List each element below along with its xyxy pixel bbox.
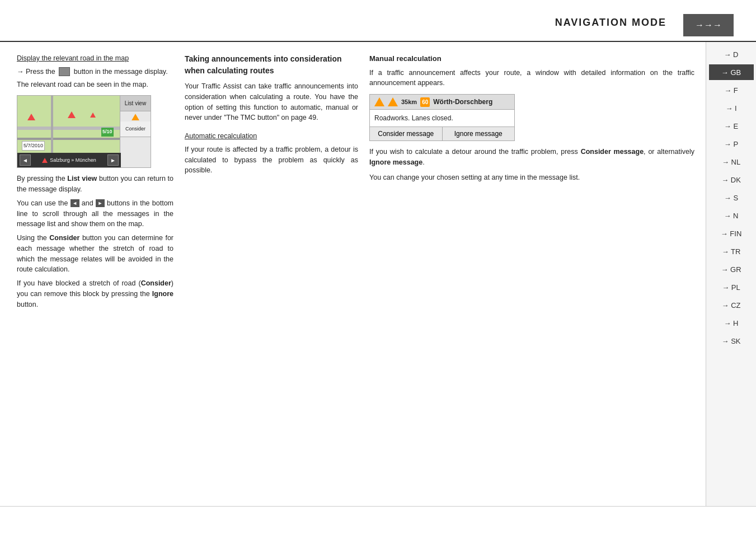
sidebar-item-tr[interactable]: → TR	[709, 243, 754, 259]
left-section-title: Display the relevant road in the map	[17, 53, 173, 64]
mid-para1: Your Traffic Assist can take traffic ann…	[185, 81, 358, 123]
mid-para2: If your route is affected by a traffic p…	[185, 144, 358, 176]
para5-bold2: Ignore	[152, 290, 173, 298]
left-para4: Using the Consider button you can determ…	[17, 233, 173, 275]
para4-bold: Consider	[49, 234, 79, 242]
para2-text1: By pressing the	[17, 175, 67, 182]
sidebar-item-cz[interactable]: → CZ	[709, 297, 754, 313]
sidebar-item-fin[interactable]: → FIN	[709, 226, 754, 241]
page-header: NAVIGATION MODE →→→	[0, 0, 756, 42]
right-column: Manual recalculation If a traffic announ…	[369, 53, 694, 495]
navigation-arrows: →→→	[683, 14, 734, 36]
bullet-text2: button in the message display.	[74, 68, 168, 76]
rp2-bold1: Consider message	[581, 148, 644, 156]
sidebar-item-e[interactable]: → E	[709, 118, 754, 134]
traffic-message-text: Roadworks. Lanes closed.	[374, 114, 453, 122]
sidebar-item-nl[interactable]: → NL	[709, 154, 754, 170]
map-triangle3	[90, 113, 96, 118]
para5-text1: If you have blocked a stretch of road (	[17, 279, 141, 287]
mid-section-title: Taking announcements into consideration …	[185, 53, 358, 77]
rp2-text2: , or alternatively	[644, 148, 694, 156]
para5-text3: button.	[17, 301, 38, 308]
sidebar-item-gr[interactable]: → GR	[709, 261, 754, 277]
sidebar-item-n[interactable]: → N	[709, 208, 754, 223]
traffic-announcement-box: 35km 60 Wörth-Dorschberg Roadworks. Lane…	[369, 94, 515, 141]
map-triangle1	[27, 114, 35, 120]
left-column: Display the relevant road in the map → P…	[17, 53, 173, 495]
prev-btn[interactable]: ◄	[20, 154, 31, 166]
sidebar-item-p[interactable]: → P	[709, 136, 754, 152]
map-warning-icon	[132, 114, 139, 120]
bullet-text: → Press the	[17, 68, 57, 76]
left-para2: By pressing the List view button you can…	[17, 174, 173, 195]
traffic-box-header: 35km 60 Wörth-Dorschberg	[370, 95, 514, 110]
traffic-box-footer: Consider message Ignore message	[370, 127, 514, 140]
rp2-text3: .	[422, 158, 424, 166]
map-bottom-bar: ◄ Salzburg » München ►	[17, 153, 121, 167]
next-btn[interactable]: ►	[107, 154, 119, 166]
para4-text1: Using the	[17, 234, 49, 242]
language-sidebar: → D→ GB→ F→ I→ E→ P→ NL→ DK→ S→ N→ FIN→ …	[706, 42, 756, 506]
left-para1: The relevant road can be seen in the map…	[17, 79, 173, 90]
para5-bold1: Consider	[141, 279, 171, 287]
sidebar-item-f[interactable]: → F	[709, 82, 754, 98]
traffic-warning-icon2	[388, 97, 398, 106]
sidebar-item-h[interactable]: → H	[709, 315, 754, 331]
sidebar-item-dk[interactable]: → DK	[709, 172, 754, 188]
map-image: 5/7/2010 5/10 List view Consider ◄ Salzb…	[17, 95, 151, 168]
traffic-warning-icon1	[374, 97, 384, 106]
right-para3: You can change your chosen setting at an…	[369, 172, 694, 183]
map-toolbar: List view Consider	[120, 96, 151, 167]
road-number: 5/10	[101, 128, 114, 137]
para3-text1: You can use the	[17, 199, 71, 207]
para3-mid: and	[79, 199, 96, 207]
traffic-location: Wörth-Dorschberg	[433, 97, 492, 107]
ignore-message-btn[interactable]: Ignore message	[443, 127, 515, 140]
sidebar-item-pl[interactable]: → PL	[709, 279, 754, 295]
para2-bold: List view	[67, 175, 97, 182]
main-content: Display the relevant road in the map → P…	[0, 42, 706, 506]
message-button-icon	[59, 67, 70, 76]
rp2-text1: If you wish to calculate a detour around…	[369, 148, 581, 156]
sidebar-item-d[interactable]: → D	[709, 46, 754, 62]
sidebar-item-s[interactable]: → S	[709, 190, 754, 205]
left-para5: If you have blocked a stretch of road (C…	[17, 278, 173, 310]
map-triangle2	[68, 111, 76, 118]
page-title: NAVIGATION MODE	[555, 17, 666, 29]
right-para1: If a traffic announcement affects your r…	[369, 68, 694, 89]
next-icon: ►	[96, 199, 105, 207]
arrow-bullet: → Press the button in the message displa…	[17, 67, 173, 77]
traffic-distance: 35km	[401, 97, 417, 107]
list-view-btn[interactable]: List view	[120, 96, 151, 111]
consider-btn[interactable]: Consider	[120, 121, 151, 137]
sidebar-item-i[interactable]: → I	[709, 100, 754, 116]
prev-icon: ◄	[71, 199, 79, 207]
map-location-label: Salzburg » München	[42, 157, 96, 165]
traffic-box-body: Roadworks. Lanes closed.	[370, 110, 514, 127]
map-small-triangle	[42, 158, 48, 163]
right-para2: If you wish to calculate a detour around…	[369, 147, 694, 168]
traffic-speed-badge: 60	[420, 97, 430, 107]
left-para3: You can use the ◄ and ► buttons in the b…	[17, 198, 173, 229]
map-route-label: Salzburg » München	[50, 157, 96, 165]
map-icon-area	[120, 114, 151, 120]
sidebar-item-sk[interactable]: → SK	[709, 333, 754, 349]
right-section-title: Manual recalculation	[369, 53, 694, 64]
page-footer	[0, 506, 756, 534]
rp2-bold2: Ignore message	[369, 158, 422, 166]
sidebar-item-gb[interactable]: → GB	[709, 64, 754, 80]
auto-recalc-title: Automatic recalculation	[185, 131, 358, 142]
middle-column: Taking announcements into consideration …	[185, 53, 358, 495]
consider-message-btn[interactable]: Consider message	[370, 127, 443, 140]
map-road-h2	[17, 138, 121, 140]
map-date-label: 5/7/2010	[22, 141, 45, 151]
